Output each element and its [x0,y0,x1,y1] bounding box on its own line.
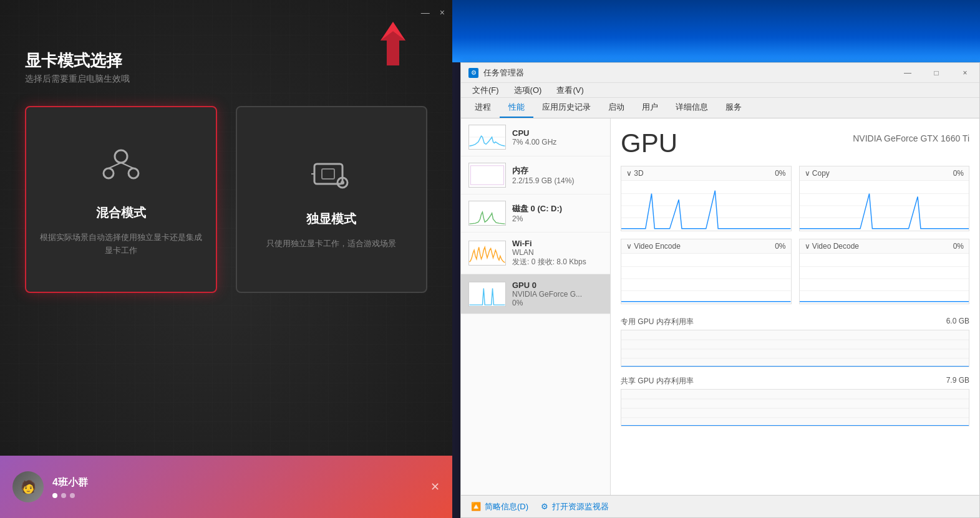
tm-minimize-btn[interactable]: — [893,63,922,83]
svg-point-3 [104,168,114,178]
group-info: 4班小群 [52,476,88,498]
resource-monitor-btn[interactable]: ⚙ 打开资源监视器 [541,501,609,512]
tab-app-history[interactable]: 应用历史记录 [533,98,599,118]
tm-maximize-btn[interactable]: □ [922,63,951,83]
mixed-mode-desc: 根据实际场景自动选择使用独立显卡还是集成显卡工作 [39,231,203,257]
memory-label: 内存 [512,165,603,176]
metric-video-encode-header: ∨ Video Encode 0% [621,239,791,254]
tm-menu-options[interactable]: 选项(O) [508,84,548,97]
panel-title: 显卡模式选择 [25,50,122,72]
group-name: 4班小群 [52,476,88,489]
tm-body: CPU 7% 4.00 GHz 内存 2.2/15.9 GB (14%) [461,118,979,495]
vram-dedicated-chart [621,330,969,367]
sidebar-item-disk[interactable]: 磁盘 0 (C: D:) 2% [461,194,610,233]
gpu-mode-panel: — × 显卡模式选择 选择后需要重启电脑生效哦 [0,0,452,518]
tm-close-btn[interactable]: × [951,63,979,83]
wifi-info: Wi-Fi WLAN 发送: 0 接收: 8.0 Kbps [512,239,603,267]
task-manager-window: ⚙ 任务管理器 — □ × 文件(F) 选项(O) 查看(V) 进程 性能 应用… [460,62,980,518]
tab-processes[interactable]: 进程 [466,98,500,118]
close-button[interactable]: × [440,8,445,17]
cpu-value: 7% 4.00 GHz [512,138,603,146]
vram-shared-label: 共享 GPU 内存利用率 [621,376,694,386]
metric-3d-label: ∨ 3D [626,169,644,178]
vram-shared-chart [621,389,969,426]
minimize-button[interactable]: — [421,8,430,17]
sidebar-item-memory[interactable]: 内存 2.2/15.9 GB (14%) [461,156,610,194]
dot-3 [70,493,75,498]
sidebar-item-wifi[interactable]: Wi-Fi WLAN 发送: 0 接收: 8.0 Kbps [461,233,610,274]
tab-startup[interactable]: 启动 [599,98,633,118]
cpu-info: CPU 7% 4.00 GHz [512,128,603,146]
sidebar-item-cpu[interactable]: CPU 7% 4.00 GHz [461,118,610,156]
tab-details[interactable]: 详细信息 [667,98,717,118]
mixed-mode-name: 混合模式 [96,204,146,221]
wifi-label: Wi-Fi [512,239,603,248]
disk-value: 2% [512,214,603,223]
bar-close-btn[interactable]: ✕ [430,480,440,494]
gpu-model-name: NVIDIA GeForce GTX 1660 Ti [853,133,969,143]
metric-3d-chart [621,181,791,231]
gpu0-label: GPU 0 [512,281,603,290]
metric-video-decode-label: ∨ Video Decode [805,242,860,251]
gpu-header-row: GPU NVIDIA GeForce GTX 1660 Ti [621,128,969,158]
tm-footer: 🔼 简略信息(D) ⚙ 打开资源监视器 [461,495,979,517]
svg-line-5 [109,163,121,168]
tm-app-icon: ⚙ [468,68,478,78]
gpu0-value2: NVIDIA GeForce G... [512,290,603,299]
group-dots [52,493,88,498]
tm-menu-file[interactable]: 文件(F) [466,84,505,97]
tab-users[interactable]: 用户 [633,98,667,118]
metric-video-decode-chart [800,254,969,304]
avatar: 🧑 [12,471,44,502]
metric-video-decode-value: 0% [953,242,964,251]
tm-main-content: GPU NVIDIA GeForce GTX 1660 Ti ∨ 3D 0% [611,118,979,495]
svg-point-2 [115,150,127,163]
metric-video-decode: ∨ Video Decode 0% [799,239,970,304]
metric-copy-label: ∨ Copy [805,169,830,178]
discrete-mode-card[interactable]: 独显模式 只使用独立显卡工作，适合游戏场景 [236,106,428,293]
tab-services[interactable]: 服务 [717,98,750,118]
discrete-mode-desc: 只使用独立显卡工作，适合游戏场景 [266,237,396,251]
dot-2 [61,493,66,498]
memory-value: 2.2/15.9 GB (14%) [512,176,603,185]
tm-menu-view[interactable]: 查看(V) [550,84,589,97]
chevron-up-icon: 🔼 [471,502,481,511]
metric-video-encode-label: ∨ Video Encode [626,242,681,251]
gpu0-mini-chart [468,282,506,307]
vram-dedicated-label: 专用 GPU 内存利用率 [621,317,694,327]
panel-subtitle: 选择后需要重启电脑生效哦 [25,74,130,85]
vram-dedicated-header: 专用 GPU 内存利用率 6.0 GB [621,314,969,330]
svg-point-10 [341,181,344,185]
gpu0-info: GPU 0 NVIDIA GeForce G... 0% [512,281,603,307]
tm-menubar: 文件(F) 选项(O) 查看(V) [461,83,979,98]
summary-label: 简略信息(D) [485,501,528,512]
metric-video-encode: ∨ Video Encode 0% [621,239,792,304]
metric-copy-chart [800,181,969,231]
svg-rect-16 [470,282,505,306]
bottom-group-bar[interactable]: 🧑 4班小群 ✕ [0,456,452,518]
sidebar-item-gpu0[interactable]: GPU 0 NVIDIA GeForce G... 0% [461,274,610,314]
vram-shared-value: 7.9 GB [946,376,969,386]
resource-icon: ⚙ [541,502,548,511]
metric-3d-header: ∨ 3D 0% [621,166,791,181]
tm-title-bar: ⚙ 任务管理器 — □ × [461,63,979,83]
memory-mini-chart [468,163,506,188]
metric-copy-value: 0% [953,169,964,178]
svg-rect-14 [470,163,505,187]
tm-sidebar: CPU 7% 4.00 GHz 内存 2.2/15.9 GB (14%) [461,118,611,495]
metric-copy: ∨ Copy 0% [799,166,970,231]
summary-btn[interactable]: 🔼 简略信息(D) [471,501,528,512]
wifi-value2: WLAN [512,248,603,257]
tm-window-controls: — □ × [893,63,979,83]
metric-3d: ∨ 3D 0% [621,166,792,231]
discrete-mode-name: 独显模式 [306,211,356,228]
tm-tabs: 进程 性能 应用历史记录 启动 用户 详细信息 服务 [461,98,979,118]
metric-video-encode-value: 0% [775,242,785,251]
disk-info: 磁盘 0 (C: D:) 2% [512,203,603,223]
resource-label: 打开资源监视器 [552,501,609,512]
tm-title-text: 任务管理器 [483,67,524,79]
tab-performance[interactable]: 性能 [500,98,533,118]
gpu-big-title: GPU [621,128,677,158]
mixed-mode-card[interactable]: 混合模式 根据实际场景自动选择使用独立显卡还是集成显卡工作 [25,106,217,293]
wifi-mini-chart [468,241,506,266]
